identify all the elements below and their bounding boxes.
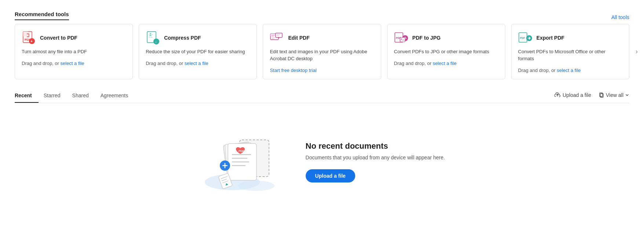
tab-shared[interactable]: Shared xyxy=(71,90,95,103)
empty-state: PDF No recent documents Documents that y… xyxy=(15,118,629,210)
tool-action-compress: Drag and drop, or select a file xyxy=(146,61,250,66)
tool-desc-edit: Edit text and images in your PDF using A… xyxy=(270,48,374,62)
upload-cloud-icon xyxy=(554,92,560,98)
tool-card-header-export: PDF Export PDF xyxy=(518,31,622,45)
compress-pdf-icon: ↓ xyxy=(146,31,160,45)
svg-rect-10 xyxy=(276,33,282,37)
svg-text:PDF: PDF xyxy=(520,37,525,39)
chevron-down-icon xyxy=(625,93,629,97)
tool-desc-convert: Turn almost any file into a PDF xyxy=(22,48,126,55)
tool-name-compress: Compress PDF xyxy=(164,35,201,41)
svg-point-22 xyxy=(238,181,274,191)
svg-text:+: + xyxy=(30,39,33,43)
tool-desc-compress: Reduce the size of your PDF for easier s… xyxy=(146,48,250,55)
tabs-right: Upload a file View all xyxy=(554,92,629,100)
tool-name-edit: Edit PDF xyxy=(288,35,309,41)
files-icon xyxy=(598,92,604,98)
empty-illustration: PDF xyxy=(199,125,284,199)
tool-card-export-pdf: PDF Export PDF Convert PDFs to Microsoft… xyxy=(511,24,629,79)
edit-pdf-icon xyxy=(270,31,284,45)
empty-docs-svg: PDF xyxy=(199,125,284,199)
upload-file-button[interactable]: Upload a file xyxy=(306,169,355,182)
tabs-row: Recent Starred Shared Agreements Upload … xyxy=(15,90,629,103)
svg-rect-1 xyxy=(23,32,28,37)
recommended-section: Recommended tools All tools PDF + Conver… xyxy=(15,11,629,79)
tool-name-export: Export PDF xyxy=(536,35,564,41)
tabs-left: Recent Starred Shared Agreements xyxy=(15,90,138,103)
tool-card-header: PDF + Convert to PDF xyxy=(22,31,126,45)
select-file-compress[interactable]: select a file xyxy=(185,61,208,66)
select-file-export[interactable]: select a file xyxy=(557,68,581,73)
tab-starred[interactable]: Starred xyxy=(42,90,67,103)
tab-recent[interactable]: Recent xyxy=(15,90,39,103)
tool-card-edit-pdf: Edit PDF Edit text and images in your PD… xyxy=(263,24,381,79)
pdf-to-jpg-icon: PDF xyxy=(394,31,408,45)
tool-name-convert: Convert to PDF xyxy=(40,35,77,41)
tool-card-header-compress: ↓ Compress PDF xyxy=(146,31,250,45)
convert-to-pdf-icon: PDF + xyxy=(22,31,36,45)
next-arrow-icon[interactable]: › xyxy=(636,48,638,55)
tools-grid: PDF + Convert to PDF Turn almost any fil… xyxy=(15,24,629,79)
tool-card-header-edit: Edit PDF xyxy=(270,31,374,45)
svg-text:↓: ↓ xyxy=(155,40,157,44)
tool-action-export: Drag and drop, or select a file xyxy=(518,68,622,73)
view-all-button[interactable]: View all xyxy=(598,92,629,98)
select-file-jpg[interactable]: select a file xyxy=(433,61,456,66)
all-tools-link[interactable]: All tools xyxy=(611,14,629,20)
upload-file-header-button[interactable]: Upload a file xyxy=(554,92,591,98)
tab-agreements[interactable]: Agreements xyxy=(99,90,135,103)
empty-state-title: No recent documents xyxy=(306,141,445,151)
section-header: Recommended tools All tools xyxy=(15,11,629,20)
empty-text: No recent documents Documents that you u… xyxy=(306,141,445,182)
tool-action-jpg: Drag and drop, or select a file xyxy=(394,61,498,66)
svg-rect-14 xyxy=(400,37,405,42)
svg-text:PDF: PDF xyxy=(239,149,244,153)
select-file-convert[interactable]: select a file xyxy=(61,61,84,66)
tool-card-header-jpg: PDF PDF to JPG xyxy=(394,31,498,45)
section-title: Recommended tools xyxy=(15,11,69,20)
tool-desc-jpg: Convert PDFs to JPG or other image forma… xyxy=(394,48,498,55)
export-pdf-icon: PDF xyxy=(518,31,532,45)
tool-card-convert-to-pdf: PDF + Convert to PDF Turn almost any fil… xyxy=(15,24,133,79)
tool-card-compress-pdf: ↓ Compress PDF Reduce the size of your P… xyxy=(139,24,257,79)
start-trial-link[interactable]: Start free desktop trial xyxy=(270,68,316,73)
tool-action-edit: Start free desktop trial xyxy=(270,68,374,73)
tool-card-pdf-to-jpg: PDF PDF to JPG Convert PDFs to JPG or ot… xyxy=(387,24,505,79)
empty-state-desc: Documents that you upload from any devic… xyxy=(306,155,445,160)
tool-action-convert: Drag and drop, or select a file xyxy=(22,61,126,66)
tool-name-jpg: PDF to JPG xyxy=(412,35,441,41)
tool-desc-export: Convert PDFs to Microsoft Office or othe… xyxy=(518,48,622,62)
